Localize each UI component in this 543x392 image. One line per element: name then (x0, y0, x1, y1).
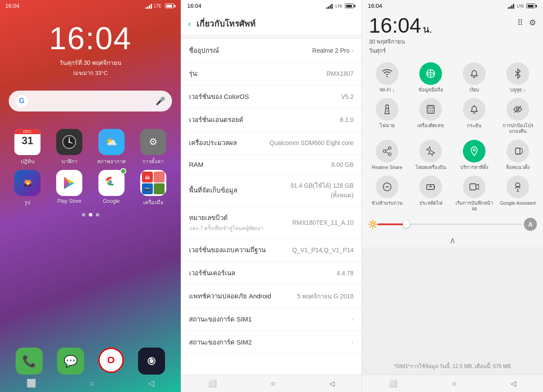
qs-lte: LTE (517, 4, 524, 8)
qs-sim-info: *SIM1*การใช้ข้อมูล วันนี้: 12.5 MB, เดือ… (369, 362, 536, 370)
settings-icon: ⚙ (140, 129, 166, 155)
qs-tile-airplane[interactable]: โหมดเครื่องบิน (411, 140, 450, 170)
about-row-sim2[interactable]: สถานะของการ์ด SIM2 › (181, 331, 361, 354)
app-tools[interactable]: 📅 📷 เครื่องมือ (135, 170, 172, 206)
dot-2 (89, 213, 92, 216)
about-row-baseband: เวอร์ชั่นของแถบความถี่ฐาน Q_V1_P14,Q_V1_… (181, 239, 361, 262)
about-row-devicename[interactable]: ชื่ออุปกรณ์ Realme 2 Pro › (181, 39, 361, 62)
rotation-btn[interactable] (506, 140, 529, 162)
qs-tile-calculator[interactable]: เครื่องคิดเลข (411, 98, 450, 134)
qs-tile-rotation[interactable]: ล็อคแนวตั้ง (499, 140, 537, 170)
qs-status-icons: LTE (508, 3, 537, 9)
qs-tile-silent[interactable]: เงียบ (455, 62, 493, 93)
qs-nav-square[interactable]: ⬜ (389, 379, 398, 388)
dock-camera[interactable] (138, 348, 165, 375)
qs-tile-flashlight[interactable]: ไฟฉาย (368, 98, 406, 134)
about-row-sim1[interactable]: สถานะของการ์ด SIM1 › (181, 308, 361, 331)
about-row-cpu: เครื่องประมวลผล Qualcomm SDM660 Eight co… (181, 132, 361, 155)
app-weather-label: สภาพอากาศ (97, 157, 126, 166)
qs-tile-bluetooth[interactable]: บลูทูธ ↓ (499, 62, 537, 93)
about-label-security: แพทช์ความปลอดภัย Android (189, 291, 271, 301)
signal-lte: LTE (154, 3, 162, 8)
data-btn[interactable] (419, 62, 442, 85)
dock-opera[interactable]: O (98, 348, 124, 375)
about-battery (345, 3, 355, 8)
qs-collapse-btn[interactable]: ∧ (362, 233, 543, 247)
qs-tile-wifi[interactable]: Wi-Fi ↓ (368, 62, 406, 93)
about-label-sim2: สถานะของการ์ด SIM2 (189, 337, 252, 348)
app-settings[interactable]: ⚙ การตั้งค่า (135, 129, 172, 166)
svg-rect-36 (516, 148, 520, 154)
qs-tile-share[interactable]: Realme Share (368, 140, 406, 170)
flashlight-btn[interactable] (376, 98, 398, 121)
silent-btn[interactable] (463, 62, 486, 85)
opera-icon: O (98, 348, 124, 373)
about-row-security: แพทช์ความปลอดภัย Android 5 พฤศจิกายน G 2… (181, 285, 361, 308)
calculator-btn[interactable] (419, 98, 442, 121)
qs-date-line1: 30 พฤศจิกายน (369, 37, 432, 46)
qs-nav-back[interactable]: ◁ (511, 379, 516, 388)
qs-tile-eye[interactable]: การปกป้องโปรแกลงคืน (499, 98, 537, 134)
home-nav-square[interactable]: ⬜ (27, 378, 36, 388)
qs-avatar[interactable]: A (524, 218, 537, 231)
home-nav-back[interactable]: ◁ (148, 378, 154, 388)
dock-phone[interactable]: 📞 (16, 348, 43, 375)
app-calendar[interactable]: DEC 31 ปฏิทิน (9, 129, 46, 166)
home-search-bar[interactable]: G 🎤 (9, 91, 172, 112)
qs-grid-icon[interactable]: ⠿ (517, 18, 523, 27)
back-button[interactable]: ‹ (188, 19, 191, 29)
dock-messages[interactable]: 💬 (57, 348, 84, 375)
messages-icon: 💬 (57, 348, 84, 375)
dnd-btn[interactable] (376, 176, 398, 198)
eye-btn[interactable] (506, 98, 529, 121)
qs-tile-data[interactable]: ข้อมูลมือถือ (411, 62, 450, 93)
qs-label-share: Realme Share (372, 165, 402, 170)
qs-tile-assistant[interactable]: Google Assistant (499, 176, 537, 212)
app-clock[interactable]: นาฬิกา (51, 129, 88, 166)
home-nav-circle[interactable]: ○ (90, 379, 94, 388)
share-btn[interactable] (376, 140, 398, 162)
qs-settings-icon[interactable]: ⚙ (529, 18, 536, 27)
about-value-coloros: V5.2 (341, 93, 354, 100)
search-input[interactable] (32, 98, 151, 105)
qs-tile-dnd[interactable]: ช่วงห้ามรบกวน (368, 176, 406, 212)
qs-header: 16:04 น. 30 พฤศจิกายน วันศุกร์ ⠿ ⚙ (362, 12, 543, 57)
svg-point-32 (388, 153, 391, 155)
brightness-slider[interactable] (378, 223, 522, 225)
record-btn[interactable] (463, 176, 486, 198)
airplane-btn[interactable] (419, 140, 442, 162)
assistant-btn[interactable] (506, 176, 529, 198)
svg-rect-41 (434, 186, 435, 188)
qs-tile-location[interactable]: บริการหาที่ตั้ง (455, 140, 493, 170)
app-google[interactable]: Google (93, 170, 130, 206)
home-clock-date: วันศุกร์ที่ 30 พฤศจิกายน (0, 58, 181, 68)
about-nav-circle[interactable]: ○ (271, 380, 275, 388)
microphone-icon[interactable]: 🎤 (155, 96, 165, 106)
wifi-btn[interactable] (376, 62, 398, 85)
home-nav-bar: ⬜ ○ ◁ (0, 376, 181, 392)
bluetooth-btn[interactable] (506, 62, 529, 85)
about-label-build: หมายเลขบิวด์ (189, 213, 263, 223)
app-photos[interactable]: 🌄 รูป (9, 170, 46, 206)
qs-battery (526, 3, 537, 8)
about-nav-back[interactable]: ◁ (329, 379, 334, 388)
home-status-icons: LTE (145, 3, 175, 9)
home-screen: 16:04 LTE 16:04 วันศุกร์ที่ 30 พฤศจิกายน… (0, 0, 181, 392)
qs-tile-bell[interactable]: กระตุ้น (455, 98, 493, 134)
about-row-build[interactable]: หมายเลขบิวด์ แตะ 7 ครั้งเพื่อเข้าสู่โหมด… (181, 206, 361, 239)
about-label-baseband: เวอร์ชั่นของแถบความถี่ฐาน (189, 245, 266, 255)
bell-btn[interactable] (463, 98, 486, 121)
phone-icon: 📞 (16, 348, 43, 375)
qs-tile-battery[interactable]: ประหยัดไฟ (411, 176, 450, 212)
qs-nav-circle[interactable]: ○ (452, 380, 456, 388)
about-label-kernel: เวอร์ชั่นเคอร์เนล (189, 268, 235, 278)
about-nav-square[interactable]: ⬜ (208, 379, 217, 388)
location-btn[interactable] (463, 140, 486, 162)
qs-label-assistant: Google Assistant (500, 200, 536, 206)
qs-tile-record[interactable]: เริ่มการบันทึกหน้าจอ (455, 176, 493, 212)
svg-rect-20 (428, 107, 433, 108)
app-weather[interactable]: ⛅ สภาพอากาศ (93, 129, 130, 166)
app-settings-label: การตั้งค่า (142, 157, 164, 166)
app-playstore[interactable]: Play Store (51, 170, 88, 206)
battery-saver-btn[interactable] (419, 176, 442, 198)
